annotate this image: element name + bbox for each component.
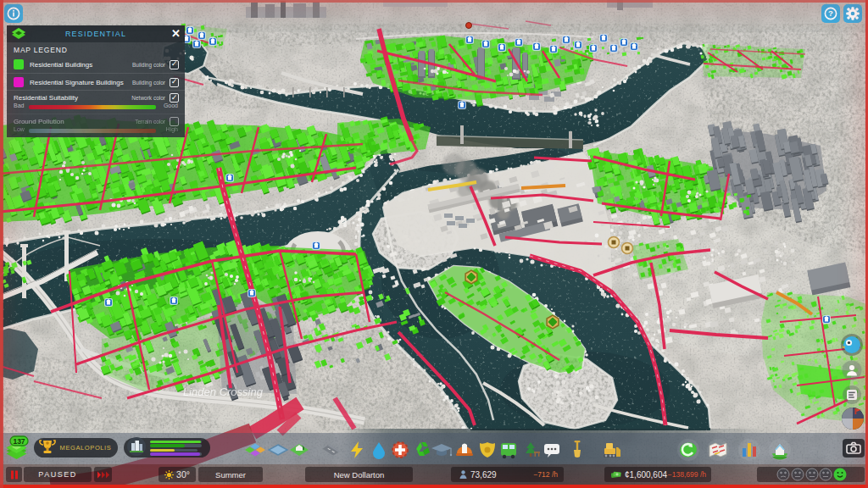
svg-text:Linden Crossing: Linden Crossing xyxy=(183,385,264,398)
svg-text:?: ? xyxy=(828,8,833,18)
svg-text:137: 137 xyxy=(13,437,25,446)
